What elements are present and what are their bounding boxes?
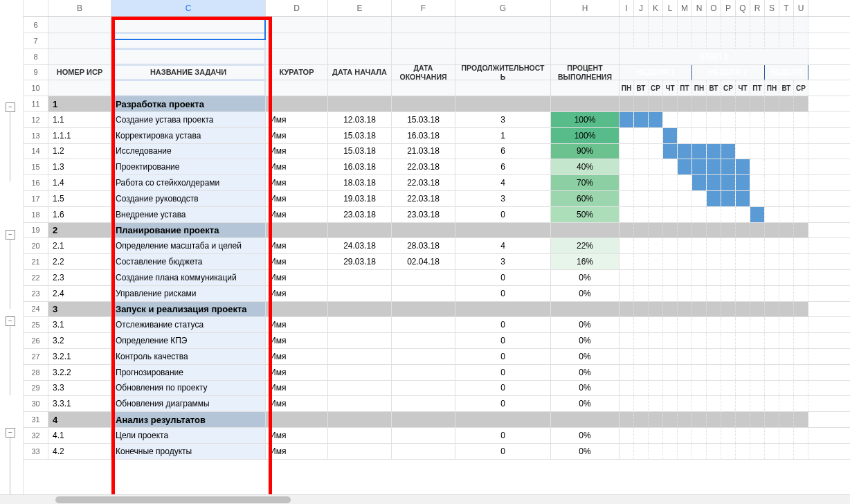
cell[interactable] xyxy=(794,128,808,143)
cell[interactable] xyxy=(392,444,455,459)
cell[interactable] xyxy=(620,302,634,317)
cell[interactable] xyxy=(750,349,765,364)
col-header-L[interactable]: L xyxy=(663,0,678,16)
cell[interactable]: 15.03.18 xyxy=(328,144,392,159)
col-header-C[interactable]: C xyxy=(111,0,266,16)
cell[interactable] xyxy=(750,333,765,348)
cell[interactable] xyxy=(266,96,328,111)
col-header-F[interactable]: F xyxy=(392,0,455,16)
cell[interactable] xyxy=(765,349,779,364)
cell[interactable]: Анализ результатов xyxy=(111,412,266,427)
cell[interactable]: 1.4 xyxy=(48,175,111,190)
cell[interactable] xyxy=(620,207,634,222)
cell[interactable] xyxy=(663,317,678,332)
cell[interactable] xyxy=(649,144,663,159)
cell[interactable] xyxy=(634,238,649,253)
cell[interactable] xyxy=(663,333,678,348)
cell[interactable] xyxy=(620,412,634,427)
cell[interactable] xyxy=(692,254,707,269)
cell[interactable] xyxy=(692,286,707,301)
cell[interactable] xyxy=(707,17,721,33)
cell[interactable] xyxy=(765,302,779,317)
cell[interactable] xyxy=(266,17,328,33)
cell[interactable] xyxy=(721,191,736,206)
cell[interactable]: 23.03.18 xyxy=(392,207,455,222)
cell[interactable]: 1 xyxy=(455,128,551,143)
cell[interactable] xyxy=(779,128,794,143)
cell[interactable] xyxy=(111,33,266,48)
cell[interactable] xyxy=(692,175,707,190)
cell[interactable] xyxy=(649,159,663,174)
cell[interactable] xyxy=(551,80,620,96)
cell[interactable] xyxy=(392,286,455,301)
cell[interactable]: ПТ xyxy=(678,80,692,96)
cell[interactable]: 15.03.18 xyxy=(328,128,392,143)
cell[interactable] xyxy=(551,223,620,238)
cell[interactable] xyxy=(328,412,392,427)
cell[interactable] xyxy=(48,17,111,33)
cell[interactable] xyxy=(779,381,794,396)
cell[interactable]: Имя xyxy=(266,286,328,301)
row-number[interactable]: 15 xyxy=(24,159,48,174)
cell[interactable]: 4.1 xyxy=(48,428,111,443)
cell[interactable] xyxy=(692,159,707,174)
cell[interactable] xyxy=(678,33,692,48)
cell[interactable]: Имя xyxy=(266,144,328,159)
cell[interactable] xyxy=(634,223,649,238)
cell[interactable] xyxy=(707,112,721,127)
cell[interactable]: 1.5 xyxy=(48,191,111,206)
cell[interactable] xyxy=(750,159,765,174)
cell[interactable] xyxy=(721,17,736,33)
cell[interactable]: 15.03.18 xyxy=(392,112,455,127)
cell[interactable] xyxy=(392,365,455,380)
cell[interactable] xyxy=(721,159,736,174)
cell[interactable]: ДАТА НАЧАЛА xyxy=(328,65,392,80)
cell[interactable] xyxy=(750,238,765,253)
row-number[interactable]: 32 xyxy=(24,428,48,443)
row-number[interactable]: 16 xyxy=(24,175,48,190)
cell[interactable] xyxy=(328,381,392,396)
cell[interactable] xyxy=(634,444,649,459)
cell[interactable] xyxy=(794,365,808,380)
cell[interactable] xyxy=(266,302,328,317)
cell[interactable] xyxy=(328,96,392,111)
cell[interactable] xyxy=(707,333,721,348)
cell[interactable] xyxy=(707,159,721,174)
cell[interactable] xyxy=(649,96,663,111)
cell[interactable] xyxy=(620,396,634,411)
cell[interactable]: 4 xyxy=(48,412,111,427)
cell[interactable] xyxy=(620,381,634,396)
cell[interactable]: ДАТАОКОНЧАНИЯ xyxy=(392,65,455,80)
cell[interactable] xyxy=(328,365,392,380)
cell[interactable] xyxy=(736,128,750,143)
cell[interactable]: 22% xyxy=(551,238,620,253)
cell[interactable] xyxy=(328,286,392,301)
cell[interactable] xyxy=(678,254,692,269)
cell[interactable] xyxy=(634,159,649,174)
cell[interactable] xyxy=(328,80,392,96)
cell[interactable]: 3.2 xyxy=(48,333,111,348)
cell[interactable] xyxy=(736,238,750,253)
col-header-P[interactable]: P xyxy=(721,0,736,16)
cell[interactable]: 0% xyxy=(551,286,620,301)
row-number[interactable]: 26 xyxy=(24,333,48,348)
row-number[interactable]: 29 xyxy=(24,381,48,396)
cell[interactable]: Исследование xyxy=(111,144,266,159)
cell[interactable] xyxy=(794,159,808,174)
cell[interactable] xyxy=(266,412,328,427)
cell[interactable] xyxy=(649,33,663,48)
cell[interactable] xyxy=(663,223,678,238)
row-number[interactable]: 23 xyxy=(24,286,48,301)
cell[interactable] xyxy=(779,223,794,238)
cell[interactable] xyxy=(779,17,794,33)
cell[interactable] xyxy=(620,428,634,443)
cell[interactable] xyxy=(721,128,736,143)
cell[interactable] xyxy=(692,349,707,364)
cell[interactable] xyxy=(736,207,750,222)
cell[interactable]: 0 xyxy=(455,333,551,348)
cell[interactable] xyxy=(750,412,765,427)
cell[interactable] xyxy=(779,333,794,348)
cell[interactable] xyxy=(328,270,392,285)
cell[interactable] xyxy=(678,444,692,459)
cell[interactable]: НОМЕР ИСР xyxy=(48,65,111,80)
